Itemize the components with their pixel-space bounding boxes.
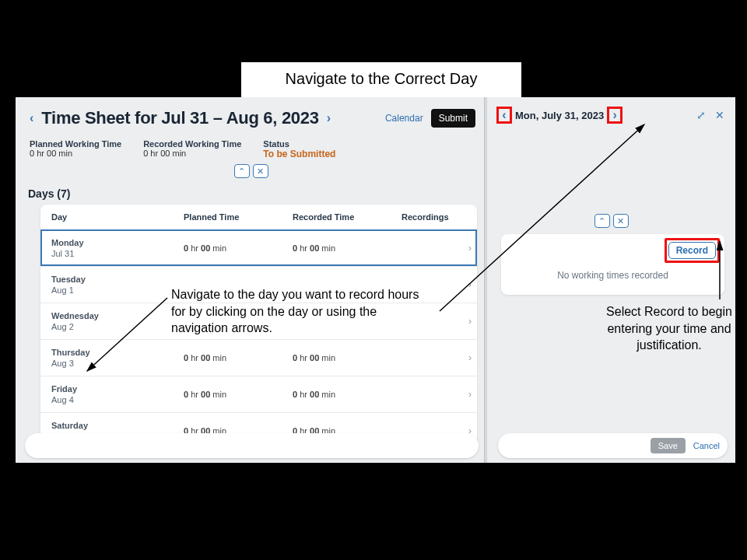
chevron-right-icon: › bbox=[402, 352, 472, 363]
cancel-link[interactable]: Cancel bbox=[693, 441, 720, 450]
timesheet-title: Time Sheet for Jul 31 – Aug 6, 2023 bbox=[41, 108, 318, 128]
left-footer-bar bbox=[25, 433, 479, 458]
day-date: Aug 2 bbox=[51, 322, 184, 331]
prev-day-button[interactable]: ‹ bbox=[496, 107, 512, 124]
slide-title-box: Navigate to the Correct Day bbox=[241, 62, 521, 102]
day-name: Thursday bbox=[51, 348, 184, 357]
recorded-value: 0 hr 00 min bbox=[143, 149, 241, 158]
day-name: Friday bbox=[51, 384, 184, 394]
next-week-button[interactable]: › bbox=[324, 111, 334, 125]
day-date: Aug 1 bbox=[51, 285, 184, 295]
app-window: ‹ Time Sheet for Jul 31 – Aug 6, 2023 › … bbox=[16, 97, 735, 463]
annotation-record-text: Select Record to begin entering your tim… bbox=[599, 303, 739, 354]
detail-shuffle-icon[interactable]: ✕ bbox=[613, 214, 629, 228]
summary-row: Planned Working Time 0 hr 00 min Recorde… bbox=[16, 135, 486, 163]
planned-time-cell: 0 hr 00 min bbox=[184, 243, 293, 253]
day-name: Tuesday bbox=[51, 275, 184, 284]
detail-footer-bar: Save Cancel bbox=[498, 433, 728, 458]
days-table-header: Day Planned Time Recorded Time Recording… bbox=[40, 205, 477, 229]
save-button[interactable]: Save bbox=[651, 438, 686, 453]
planned-value: 0 hr 00 min bbox=[30, 149, 121, 158]
detail-collapse-row: ⌃ ✕ bbox=[487, 214, 735, 228]
recorded-time-cell: 0 hr 00 min bbox=[293, 390, 402, 399]
day-date: Jul 31 bbox=[51, 249, 184, 258]
annotation-navigate-text: Navigate to the day you want to record h… bbox=[171, 286, 436, 337]
next-day-button[interactable]: › bbox=[607, 107, 622, 124]
table-row[interactable]: ThursdayAug 30 hr 00 min0 hr 00 min› bbox=[40, 339, 477, 376]
record-highlight: Record bbox=[665, 238, 720, 263]
day-name: Saturday bbox=[51, 421, 184, 430]
collapse-icon[interactable]: ⌃ bbox=[234, 164, 250, 178]
table-row[interactable]: MondayJul 310 hr 00 min0 hr 00 min› bbox=[40, 229, 477, 266]
planned-label: Planned Working Time bbox=[30, 139, 121, 149]
col-day: Day bbox=[51, 212, 184, 222]
submit-button[interactable]: Submit bbox=[431, 109, 475, 128]
table-row[interactable]: FridayAug 40 hr 00 min0 hr 00 min› bbox=[40, 376, 477, 412]
prev-week-button[interactable]: ‹ bbox=[26, 111, 37, 125]
planned-time-cell: 0 hr 00 min bbox=[184, 353, 293, 362]
expand-icon[interactable]: ⤢ bbox=[693, 107, 709, 123]
day-date: Aug 4 bbox=[51, 395, 184, 404]
detail-pane: ‹ Mon, July 31, 2023 › ⤢ ✕ ⌃ ✕ Record No… bbox=[486, 97, 735, 463]
record-button[interactable]: Record bbox=[668, 242, 716, 259]
collapse-pill-row: ⌃ ✕ bbox=[16, 163, 486, 184]
chevron-right-icon: › bbox=[402, 243, 472, 254]
col-recorded: Recorded Time bbox=[293, 212, 402, 222]
detail-card: Record No working times recorded bbox=[501, 234, 724, 295]
timesheet-header: ‹ Time Sheet for Jul 31 – Aug 6, 2023 › … bbox=[16, 97, 486, 135]
shuffle-icon[interactable]: ✕ bbox=[253, 164, 268, 178]
slide-title: Navigate to the Correct Day bbox=[252, 70, 510, 88]
col-recordings: Recordings bbox=[402, 212, 472, 222]
days-section-title: Days (7) bbox=[16, 184, 486, 205]
calendar-link[interactable]: Calendar bbox=[385, 113, 423, 124]
status-value: To be Submitted bbox=[263, 149, 335, 159]
recorded-time-cell: 0 hr 00 min bbox=[293, 353, 402, 362]
timesheet-pane: ‹ Time Sheet for Jul 31 – Aug 6, 2023 › … bbox=[16, 97, 486, 463]
day-name: Wednesday bbox=[51, 311, 184, 320]
status-label: Status bbox=[263, 139, 335, 149]
detail-collapse-icon[interactable]: ⌃ bbox=[594, 214, 610, 228]
close-icon[interactable]: ✕ bbox=[712, 107, 728, 123]
detail-date-title: Mon, July 31, 2023 bbox=[515, 110, 604, 121]
chevron-right-icon: › bbox=[402, 389, 472, 400]
planned-time-cell: 0 hr 00 min bbox=[184, 390, 293, 399]
recorded-time-cell: 0 hr 00 min bbox=[293, 243, 402, 253]
recorded-label: Recorded Working Time bbox=[143, 139, 241, 149]
day-name: Monday bbox=[51, 238, 184, 247]
col-planned: Planned Time bbox=[184, 212, 293, 222]
day-date: Aug 3 bbox=[51, 359, 184, 368]
detail-header: ‹ Mon, July 31, 2023 › ⤢ ✕ bbox=[487, 97, 735, 128]
